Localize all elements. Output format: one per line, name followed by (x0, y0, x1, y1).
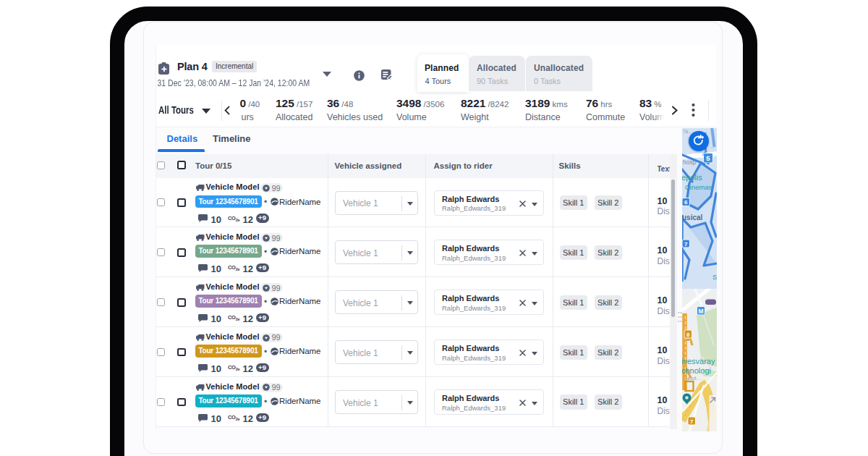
svg-text:7: 7 (684, 241, 688, 248)
svg-text:usical: usical (682, 214, 703, 221)
svg-text:Cinemas: Cinemas (685, 183, 712, 191)
svg-text:ivesvaray: ivesvaray (682, 357, 715, 366)
svg-text:chnologi: chnologi (682, 366, 711, 375)
svg-text:hosp: hosp (683, 159, 697, 166)
svg-text:7a..: 7a.. (683, 129, 691, 134)
svg-text:5: 5 (706, 154, 710, 162)
svg-text:...: ... (710, 144, 715, 149)
svg-text:M: M (698, 308, 703, 315)
svg-text:7: 7 (690, 418, 694, 425)
svg-text:6: 6 (684, 199, 688, 206)
svg-text:S: S (712, 273, 717, 281)
svg-text:8: 8 (686, 332, 690, 338)
svg-text:•ɹdot…: •ɹdot… (685, 375, 702, 381)
svg-text:epolis: epolis (682, 173, 702, 182)
